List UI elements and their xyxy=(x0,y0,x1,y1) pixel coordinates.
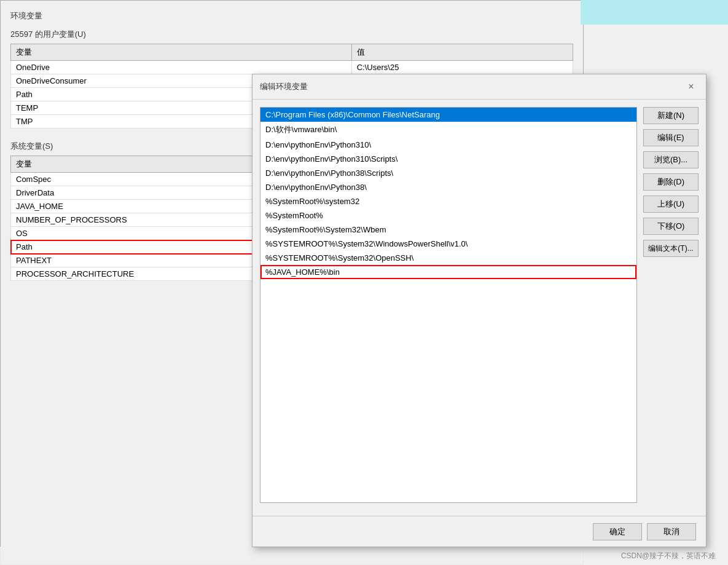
list-item[interactable]: %SYSTEMROOT%\System32\OpenSSH\ xyxy=(260,251,636,265)
user-section-label: 25597 的用户变量(U) xyxy=(10,29,573,40)
dialog-titlebar: 编辑环境变量 × xyxy=(252,74,706,100)
dialog-action-buttons: 新建(N) 编辑(E) 浏览(B)... 删除(D) 上移(U) 下移(O) 编… xyxy=(643,107,699,503)
right-bg-decoration xyxy=(581,0,728,25)
dialog-footer: 确定 取消 xyxy=(252,516,706,547)
edit-button[interactable]: 编辑(E) xyxy=(643,129,699,146)
var-value-cell: C:\Users\25 xyxy=(351,61,573,74)
list-item[interactable]: %JAVA_HOME%\bin xyxy=(260,265,636,279)
path-list-container[interactable]: C:\Program Files (x86)\Common Files\NetS… xyxy=(260,107,637,503)
list-item[interactable]: %SystemRoot%\System32\Wbem xyxy=(260,223,636,237)
panel-title: 环境变量 xyxy=(10,7,573,22)
watermark: CSDN@辣子不辣，英语不难 xyxy=(0,547,728,565)
list-item[interactable]: D:\env\pythonEnv\Python38\Scripts\ xyxy=(260,166,636,180)
browse-button[interactable]: 浏览(B)... xyxy=(643,151,699,168)
list-item[interactable]: %SYSTEMROOT%\System32\WindowsPowerShell\… xyxy=(260,237,636,251)
user-table-val-header: 值 xyxy=(351,44,573,61)
table-row[interactable]: OneDriveC:\Users\25 xyxy=(11,61,573,74)
list-item[interactable]: D:\env\pythonEnv\Python310\Scripts\ xyxy=(260,152,636,166)
dialog-close-button[interactable]: × xyxy=(684,79,699,94)
dialog-title: 编辑环境变量 xyxy=(260,81,308,92)
move-down-button[interactable]: 下移(O) xyxy=(643,218,699,235)
cancel-button[interactable]: 取消 xyxy=(647,523,696,540)
dialog-body: C:\Program Files (x86)\Common Files\NetS… xyxy=(252,100,706,510)
edit-text-button[interactable]: 编辑文本(T)... xyxy=(643,240,699,257)
delete-button[interactable]: 删除(D) xyxy=(643,173,699,191)
user-table-var-header: 变量 xyxy=(11,44,352,61)
new-button[interactable]: 新建(N) xyxy=(643,107,699,124)
list-item[interactable]: %SystemRoot% xyxy=(260,208,636,223)
list-item[interactable]: D:\env\pythonEnv\Python310\ xyxy=(260,138,636,152)
ok-button[interactable]: 确定 xyxy=(593,523,642,540)
list-item[interactable]: D:\env\pythonEnv\Python38\ xyxy=(260,180,636,194)
list-item[interactable]: %SystemRoot%\system32 xyxy=(260,194,636,208)
list-item[interactable]: D:\软件\vmware\bin\ xyxy=(260,122,636,138)
list-item[interactable]: C:\Program Files (x86)\Common Files\NetS… xyxy=(260,108,636,122)
var-name-cell: OneDrive xyxy=(11,61,352,74)
move-up-button[interactable]: 上移(U) xyxy=(643,196,699,213)
edit-env-var-dialog: 编辑环境变量 × C:\Program Files (x86)\Common F… xyxy=(252,74,706,547)
